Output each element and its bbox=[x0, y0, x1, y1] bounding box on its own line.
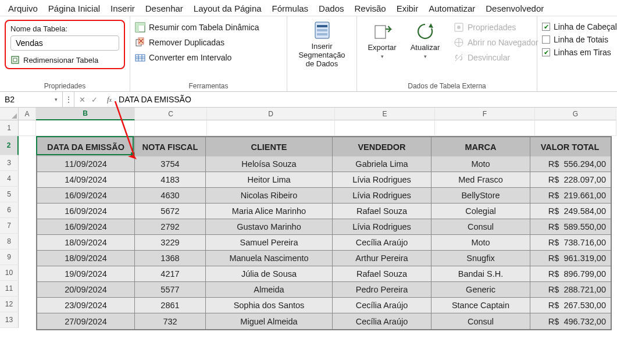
table-row[interactable]: 23/09/20242861Sophia dos SantosCecília A… bbox=[37, 298, 611, 313]
insert-slicer-button[interactable]: Inserir Segmentação de Dados bbox=[296, 20, 348, 69]
svg-rect-16 bbox=[317, 33, 327, 35]
resize-icon bbox=[10, 55, 20, 65]
tab-desenvolvedor[interactable]: Desenvolvedor bbox=[486, 3, 544, 13]
data-table[interactable]: DATA DA EMISSÃO NOTA FISCAL CLIENTE VEND… bbox=[36, 136, 612, 330]
svg-rect-14 bbox=[317, 25, 327, 27]
row-header-12[interactable]: 12 bbox=[0, 297, 19, 312]
header-row-label: Linha de Cabeçalho bbox=[554, 22, 617, 31]
table-row[interactable]: 16/09/20244630Nicolas RibeiroLívia Rodri… bbox=[37, 188, 611, 204]
table-row[interactable]: 20/09/20245577AlmeidaPedro PereiraGeneri… bbox=[37, 282, 611, 298]
unlink-icon bbox=[454, 52, 464, 63]
col-header-c[interactable]: C bbox=[135, 108, 207, 120]
remove-dupes-label: Remover Duplicadas bbox=[149, 38, 224, 47]
row-header-10[interactable]: 10 bbox=[0, 265, 19, 281]
name-box-dropdown-icon[interactable]: ▾ bbox=[55, 97, 58, 102]
row-header-1[interactable]: 1 bbox=[0, 120, 19, 136]
properties-icon bbox=[454, 22, 464, 33]
refresh-label: Atualizar bbox=[411, 44, 440, 52]
table-row[interactable]: 18/09/20243229Samuel PereiraCecília Araú… bbox=[37, 235, 611, 251]
open-browser-button: Abrir no Navegador bbox=[454, 37, 538, 48]
refresh-dropdown-icon[interactable]: ▾ bbox=[424, 53, 427, 59]
tab-layout[interactable]: Layout da Página bbox=[194, 3, 262, 13]
tab-exibir[interactable]: Exibir bbox=[397, 3, 419, 13]
group-label-tools: Ferramentas bbox=[135, 82, 282, 90]
tab-pagina-inicial[interactable]: Página Inicial bbox=[48, 3, 100, 13]
header-row-box-icon: ✔ bbox=[542, 23, 550, 31]
row-header-7[interactable]: 7 bbox=[0, 218, 19, 234]
tab-formulas[interactable]: Fórmulas bbox=[272, 3, 309, 13]
open-browser-label: Abrir no Navegador bbox=[468, 38, 538, 47]
slicer-label-2: de Dados bbox=[306, 60, 338, 69]
row-header-4[interactable]: 4 bbox=[0, 171, 19, 187]
refresh-button[interactable]: Atualizar ▾ bbox=[405, 21, 445, 59]
header-row-checkbox[interactable]: ✔ Linha de Cabeçalho bbox=[542, 22, 617, 31]
tab-inserir[interactable]: Inserir bbox=[110, 3, 135, 13]
tab-automatizar[interactable]: Automatizar bbox=[429, 3, 475, 13]
table-row[interactable]: 16/09/20242792Gustavo MarinhoLívia Rodri… bbox=[37, 219, 611, 235]
svg-rect-15 bbox=[317, 29, 327, 31]
table-row[interactable]: 14/09/20244183Heitor LimaLívia Rodrigues… bbox=[37, 172, 611, 188]
row-header-9[interactable]: 9 bbox=[0, 249, 19, 265]
row-header-6[interactable]: 6 bbox=[0, 202, 19, 218]
table-name-input[interactable] bbox=[10, 35, 119, 51]
slicer-label-1: Inserir Segmentação bbox=[296, 42, 348, 60]
total-row-checkbox[interactable]: Linha de Totais bbox=[542, 35, 617, 44]
th-data-emissao[interactable]: DATA DA EMISSÃO bbox=[37, 137, 135, 156]
row-header-2[interactable]: 2 bbox=[0, 136, 19, 155]
col-header-a[interactable]: A bbox=[19, 108, 36, 120]
table-row[interactable]: 19/09/20244217Júlia de SousaRafael Souza… bbox=[37, 266, 611, 282]
tab-dados[interactable]: Dados bbox=[319, 3, 344, 13]
pivot-icon bbox=[135, 22, 145, 33]
tab-desenhar[interactable]: Desenhar bbox=[145, 3, 183, 13]
row-header-11[interactable]: 11 bbox=[0, 281, 19, 297]
summarize-pivot-button[interactable]: Resumir com Tabela Dinâmica bbox=[135, 22, 259, 33]
th-nota-fiscal[interactable]: NOTA FISCAL bbox=[135, 137, 206, 156]
svg-rect-0 bbox=[12, 56, 19, 63]
select-all-corner[interactable] bbox=[0, 108, 19, 120]
total-row-box-icon bbox=[542, 35, 550, 44]
export-dropdown-icon[interactable]: ▾ bbox=[381, 53, 384, 59]
table-row[interactable]: 18/09/20241368Manuela NascimentoArthur P… bbox=[37, 251, 611, 266]
formula-cancel-button[interactable]: ✕ bbox=[79, 95, 85, 104]
ext-properties-label: Propriedades bbox=[468, 23, 516, 32]
row-header-5[interactable]: 5 bbox=[0, 187, 19, 202]
th-valor-total[interactable]: VALOR TOTAL bbox=[530, 137, 611, 156]
table-row[interactable]: 16/09/20245672Maria Alice MarinhoRafael … bbox=[37, 204, 611, 219]
browser-icon bbox=[454, 37, 464, 48]
svg-point-19 bbox=[457, 26, 461, 29]
col-header-f[interactable]: F bbox=[435, 108, 535, 120]
col-header-b[interactable]: B bbox=[36, 108, 135, 120]
name-box[interactable]: ▾ bbox=[0, 92, 63, 107]
row-header-8[interactable]: 8 bbox=[0, 234, 19, 249]
ext-properties-button: Propriedades bbox=[454, 22, 538, 33]
total-row-label: Linha de Totais bbox=[554, 35, 608, 44]
group-label-external: Dados de Tabela Externa bbox=[362, 82, 532, 90]
th-marca[interactable]: MARCA bbox=[431, 137, 530, 156]
cell-grid[interactable]: DATA DA EMISSÃO NOTA FISCAL CLIENTE VEND… bbox=[19, 120, 617, 136]
table-row[interactable]: 27/09/2024732Miguel AlmeidaCecília Araúj… bbox=[37, 313, 611, 329]
ribbon-tabs: Arquivo Página Inicial Inserir Desenhar … bbox=[0, 0, 617, 16]
export-button[interactable]: Exportar ▾ bbox=[362, 21, 402, 59]
unlink-label: Desvincular bbox=[468, 53, 510, 62]
export-icon bbox=[372, 21, 393, 42]
banded-rows-checkbox[interactable]: ✔ Linhas em Tiras bbox=[542, 48, 617, 57]
col-header-e[interactable]: E bbox=[335, 108, 435, 120]
table-row[interactable]: 11/09/20243754Heloísa SouzaGabriela Lima… bbox=[37, 156, 611, 172]
formula-accept-button[interactable]: ✓ bbox=[91, 95, 98, 104]
formula-bar-input[interactable] bbox=[114, 92, 617, 107]
refresh-icon bbox=[415, 21, 436, 42]
formula-bar-row: ▾ ⋮ ✕ ✓ fx bbox=[0, 92, 617, 108]
th-vendedor[interactable]: VENDEDOR bbox=[333, 137, 431, 156]
tab-arquivo[interactable]: Arquivo bbox=[8, 3, 38, 13]
col-header-d[interactable]: D bbox=[207, 108, 335, 120]
th-cliente[interactable]: CLIENTE bbox=[206, 137, 333, 156]
resize-table-button[interactable]: Redimensionar Tabela bbox=[10, 55, 119, 65]
col-header-g[interactable]: G bbox=[535, 108, 616, 120]
name-box-input[interactable] bbox=[5, 95, 40, 104]
row-header-13[interactable]: 13 bbox=[0, 312, 19, 328]
row-header-3[interactable]: 3 bbox=[0, 155, 19, 171]
convert-to-range-button[interactable]: Converter em Intervalo bbox=[135, 52, 259, 63]
remove-dupes-button[interactable]: Remover Duplicadas bbox=[135, 37, 259, 48]
group-label-slicer bbox=[292, 82, 352, 90]
tab-revisao[interactable]: Revisão bbox=[354, 3, 386, 13]
